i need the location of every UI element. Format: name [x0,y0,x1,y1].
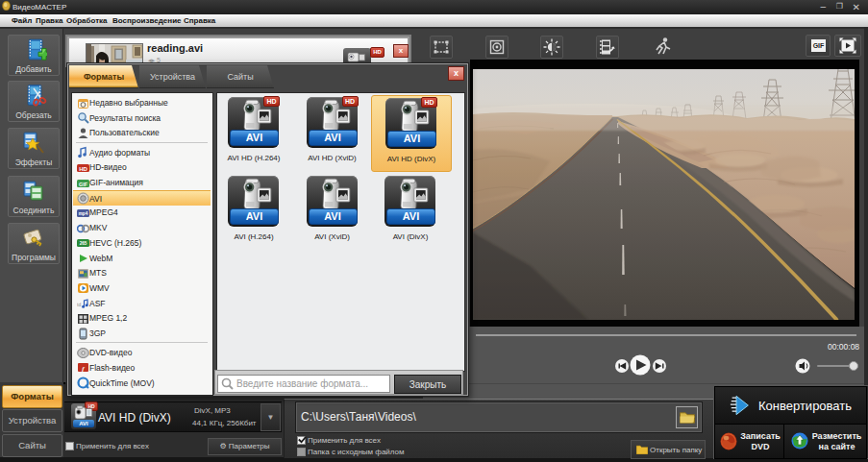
svg-text:GIF: GIF [79,181,88,186]
svg-text:265: 265 [80,242,87,247]
svg-text:td: td [77,302,81,307]
svg-text:HD: HD [79,165,87,171]
svg-text:mp4: mp4 [79,211,88,216]
